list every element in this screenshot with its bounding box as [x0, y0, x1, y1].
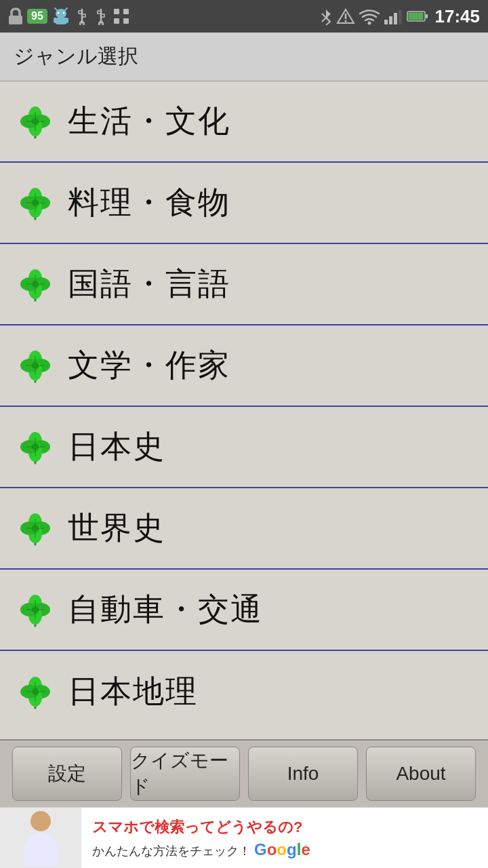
ad-text-content: スマホで検索ってどうやるの? かんたんな方法をチェック！ Google: [81, 812, 488, 865]
clover-icon: [16, 184, 54, 222]
item-label: 日本史: [68, 426, 165, 468]
svg-rect-6: [56, 18, 66, 24]
clover-icon: [16, 265, 54, 303]
clover-icon: [16, 591, 54, 629]
item-label: 世界史: [68, 507, 165, 549]
svg-point-2: [57, 12, 59, 14]
status-icons-right: 17:45: [320, 6, 481, 27]
svg-rect-18: [123, 9, 129, 14]
svg-rect-30: [399, 9, 402, 24]
lock-icon: [8, 7, 23, 25]
list-item[interactable]: 国語・言語: [0, 244, 488, 326]
usb-icon-2: [94, 7, 108, 25]
battery-icon: [407, 10, 428, 22]
google-logo: Google: [254, 840, 319, 859]
list-item[interactable]: 自動車・交通: [0, 570, 488, 651]
usb-icon-1: [75, 7, 89, 25]
list-item[interactable]: 世界史: [0, 488, 488, 570]
svg-rect-27: [384, 20, 388, 24]
item-label: 生活・文化: [68, 100, 230, 142]
svg-point-26: [367, 22, 371, 25]
clover-icon: [16, 102, 54, 140]
list-item[interactable]: 料理・食物: [0, 163, 488, 244]
svg-rect-7: [54, 18, 57, 23]
ad-sub-text: かんたんな方法をチェック！ Google: [92, 840, 477, 859]
settings-status-icon: [113, 7, 130, 25]
svg-point-3: [62, 12, 64, 14]
nav-button-about[interactable]: About: [366, 747, 476, 801]
list-item[interactable]: 日本地理: [0, 651, 488, 732]
svg-line-4: [55, 8, 57, 10]
main-list: 生活・文化 料理・食物: [0, 81, 488, 787]
svg-rect-19: [114, 18, 119, 24]
bottom-nav-bar: 設定クイズモードInfoAbout: [0, 739, 488, 807]
bluetooth-icon: [320, 7, 332, 25]
android-icon: [52, 7, 70, 26]
clover-icon: [16, 347, 54, 384]
list-item[interactable]: 日本史: [0, 407, 488, 488]
svg-rect-16: [101, 14, 104, 17]
cell-signal-icon: [384, 7, 403, 25]
svg-rect-29: [394, 13, 397, 24]
battery-badge: 95: [27, 9, 47, 24]
svg-rect-12: [82, 14, 85, 17]
svg-rect-20: [123, 18, 129, 24]
nav-button-settings[interactable]: 設定: [12, 747, 122, 801]
ad-main-text: スマホで検索ってどうやるの?: [92, 817, 477, 837]
svg-rect-28: [389, 16, 392, 24]
battery-level: 95: [31, 10, 43, 22]
signal-icon: [336, 7, 355, 26]
clover-icon: [16, 428, 54, 466]
status-icons-left: 95: [8, 7, 130, 26]
item-label: 自動車・交通: [68, 589, 263, 631]
nav-button-info[interactable]: Info: [248, 747, 358, 801]
clover-icon: [16, 673, 54, 711]
svg-rect-33: [426, 14, 428, 18]
item-label: 料理・食物: [68, 182, 230, 224]
status-bar: 95: [0, 0, 488, 33]
page-title: ジャンル選択: [14, 43, 138, 71]
svg-rect-11: [79, 11, 82, 14]
svg-rect-32: [408, 13, 423, 20]
item-label: 文学・作家: [68, 344, 230, 387]
item-label: 日本地理: [68, 671, 198, 713]
svg-point-25: [344, 20, 346, 22]
time-display: 17:45: [435, 6, 481, 27]
list-item[interactable]: 文学・作家: [0, 326, 488, 407]
svg-rect-0: [9, 16, 22, 24]
ad-image: [0, 808, 81, 869]
ad-banner[interactable]: スマホで検索ってどうやるの? かんたんな方法をチェック！ Google: [0, 807, 488, 868]
svg-line-5: [65, 8, 67, 10]
item-label: 国語・言語: [68, 263, 230, 305]
svg-rect-15: [98, 11, 101, 14]
title-bar: ジャンル選択: [0, 33, 488, 81]
clover-icon: [16, 509, 54, 547]
svg-rect-8: [65, 18, 68, 23]
svg-rect-17: [114, 9, 119, 14]
list-item[interactable]: 生活・文化: [0, 81, 488, 163]
wifi-icon: [359, 7, 380, 25]
nav-button-quiz-mode[interactable]: クイズモード: [130, 747, 240, 801]
